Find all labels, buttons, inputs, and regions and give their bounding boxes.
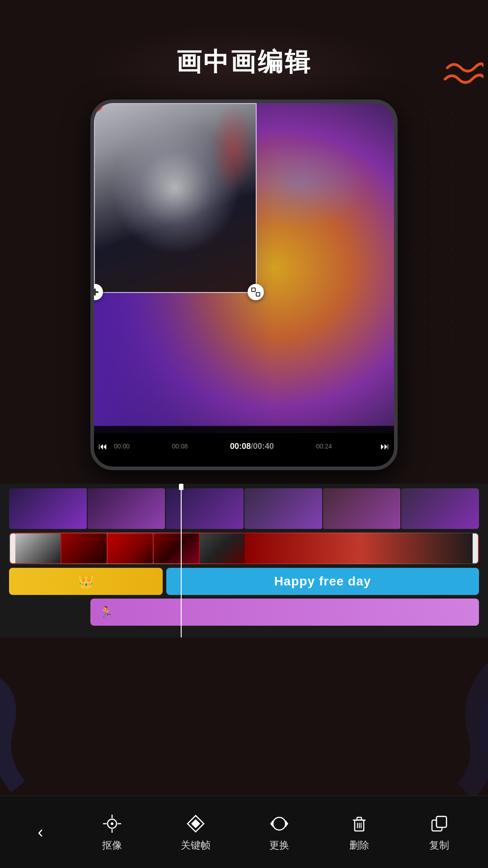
replace-icon bbox=[268, 812, 291, 835]
bottom-toolbar: ‹ 抠像 关键帧 bbox=[0, 796, 488, 868]
time-marker-0: 00:00 bbox=[114, 443, 130, 450]
replace-label: 更换 bbox=[269, 839, 289, 852]
bottom-left-decoration bbox=[0, 660, 68, 796]
film-frame-4 bbox=[244, 488, 322, 529]
film-frame-1 bbox=[9, 488, 87, 529]
pip-storm-frames bbox=[15, 533, 473, 563]
phone-mockup: × ⏮ 00:00 00:08 bbox=[90, 99, 398, 470]
main-filmstrip bbox=[9, 488, 479, 529]
storm-frame-3 bbox=[108, 533, 153, 563]
page-title: 画中画编辑 bbox=[0, 45, 488, 80]
filmstrip-left-handle[interactable] bbox=[10, 533, 15, 563]
svg-rect-3 bbox=[256, 292, 260, 296]
track-spacer bbox=[9, 599, 90, 626]
toolbar-item-duplicate[interactable]: 复制 bbox=[419, 808, 460, 857]
time-marker-2: 00:24 bbox=[316, 443, 332, 450]
toolbar-item-keyframe[interactable]: 关键帧 bbox=[172, 808, 220, 857]
pip-overlay[interactable]: × bbox=[94, 103, 257, 293]
svg-marker-11 bbox=[191, 819, 200, 828]
svg-point-5 bbox=[111, 822, 113, 825]
svg-rect-1 bbox=[94, 288, 96, 296]
toolbar-item-portrait[interactable]: 抠像 bbox=[92, 808, 132, 857]
outer-timeline: 👑 Happy free day 🏃 bbox=[0, 484, 488, 637]
svg-rect-2 bbox=[252, 288, 255, 292]
filmstrip-right-handle[interactable] bbox=[473, 533, 478, 563]
storm-frame-4 bbox=[154, 533, 199, 563]
storm-frame-5 bbox=[200, 533, 245, 563]
bottom-right-decoration bbox=[398, 660, 488, 796]
portrait-label: 抠像 bbox=[102, 839, 122, 852]
pip-video-content bbox=[95, 104, 256, 292]
pip-resize-handle-bottom-right[interactable] bbox=[248, 284, 264, 300]
phone-screen: × ⏮ 00:00 00:08 bbox=[94, 103, 394, 467]
svg-marker-12 bbox=[286, 820, 288, 827]
sticker-purple-track[interactable]: 🏃 bbox=[90, 599, 479, 626]
phone-timeline-bar: ⏮ 00:00 00:08 00:08/00:40 00:24 ⏭ bbox=[94, 426, 394, 467]
runner-icon: 🏃 bbox=[99, 606, 113, 618]
keyframe-label: 关键帧 bbox=[181, 839, 211, 852]
toolbar-item-replace[interactable]: 更换 bbox=[259, 808, 300, 857]
text-track-blue[interactable]: Happy free day bbox=[166, 568, 479, 595]
svg-marker-13 bbox=[270, 820, 273, 827]
duplicate-label: 复制 bbox=[429, 839, 449, 852]
film-frame-6 bbox=[401, 488, 479, 529]
crown-icon: 👑 bbox=[78, 574, 94, 589]
toolbar-item-delete[interactable]: 删除 bbox=[339, 808, 380, 857]
film-frame-2 bbox=[88, 488, 165, 529]
text-track-row: 👑 Happy free day bbox=[9, 568, 479, 595]
time-markers: 00:00 00:08 00:08/00:40 00:24 bbox=[109, 442, 379, 451]
delete-icon bbox=[348, 812, 371, 835]
storm-frame-2 bbox=[61, 533, 107, 563]
play-next-button[interactable]: ⏭ bbox=[380, 441, 389, 452]
film-frame-3 bbox=[166, 488, 244, 529]
back-button[interactable]: ‹ bbox=[29, 814, 52, 851]
keyframe-icon bbox=[184, 812, 207, 835]
current-time-display: 00:08/00:40 bbox=[230, 442, 274, 451]
sticker-yellow-track[interactable]: 👑 bbox=[9, 568, 163, 595]
play-prev-button[interactable]: ⏮ bbox=[99, 441, 108, 452]
delete-label: 删除 bbox=[349, 839, 369, 852]
duplicate-icon bbox=[428, 812, 450, 835]
film-frame-5 bbox=[323, 488, 401, 529]
time-marker-1: 00:08 bbox=[172, 443, 188, 450]
purple-track-row: 🏃 bbox=[9, 599, 479, 626]
portrait-icon bbox=[101, 812, 123, 835]
stormtrooper-red-glow bbox=[211, 104, 256, 194]
pip-filmstrip[interactable] bbox=[9, 533, 479, 564]
storm-frame-1 bbox=[15, 533, 61, 563]
svg-rect-24 bbox=[436, 816, 446, 827]
